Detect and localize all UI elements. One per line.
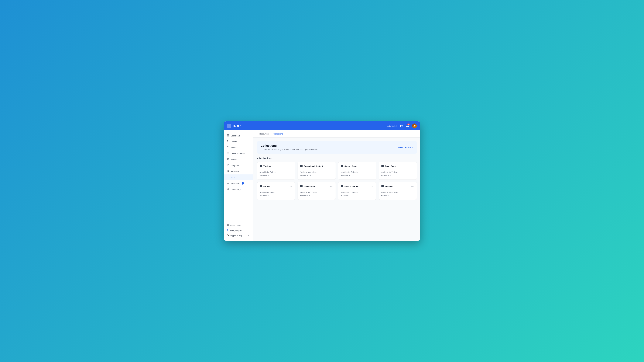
collapse-sidebar-button[interactable] [247,234,250,237]
card-header: Educational Content ••• [300,164,333,168]
card-menu-button[interactable]: ••• [410,164,414,168]
svg-marker-22 [227,229,228,231]
folder-icon [260,164,262,168]
support-label: Support & Help [230,235,242,237]
card-title-row: The Lab [260,164,271,168]
sidebar-item-messages[interactable]: Messages 1 [224,180,253,186]
tab-resources[interactable]: Resources [257,130,271,137]
support-button[interactable]: Support & Help [226,234,242,237]
collection-card-joyce-demo[interactable]: Joyce Demo ••• Available for 1 clients R… [298,182,336,200]
card-header: The Lab ••• [260,164,293,168]
card-resource: Resource: 14 [300,174,333,177]
sidebar-item-vault[interactable]: Vault [224,174,253,180]
svg-point-14 [228,165,228,165]
launch-tasks-button[interactable]: Launch tasks [224,223,253,228]
collection-card-the-lab-1[interactable]: The Lab ••• Available for 7 clients Reso… [257,162,295,180]
card-title: Getting Started [344,185,358,187]
collection-card-educational-content[interactable]: Educational Content ••• Available for 4 … [298,162,336,180]
new-collection-button[interactable]: + New Collection [398,146,413,149]
programs-label: Programs [231,164,239,167]
vault-label: Vault [231,176,235,179]
view-plan-button[interactable]: View your plan [224,228,253,233]
app-title: HubFit [233,124,241,127]
sidebar-item-clients[interactable]: Clients [224,139,253,145]
messages-label: Messages [231,182,240,185]
sidebar-item-programs[interactable]: Programs [224,163,253,168]
sidebar-item-community[interactable]: Community [224,186,253,192]
card-title-row: The Lab [381,185,392,188]
sidebar-nav: Dashboard Clients Teams [224,133,253,221]
content-area: Collections Choose the resources you wan… [254,137,420,241]
svg-rect-6 [227,136,228,136]
community-label: Community [231,188,240,191]
avatar-inner: JD [412,123,417,128]
card-clients: Available for 6 clients [341,191,374,194]
card-menu-button[interactable]: ••• [370,185,374,188]
card-menu-button[interactable]: ••• [289,185,293,188]
vault-icon [226,176,229,179]
svg-rect-0 [400,125,403,127]
folder-icon [341,185,343,188]
sidebar-item-teams[interactable]: Teams [224,145,253,151]
tab-collections[interactable]: Collections [271,130,285,137]
collection-card-cardio[interactable]: Cardio ••• Available for 3 clients Resou… [257,182,295,200]
card-header: Sagar - Demo ••• [341,164,374,168]
sidebar-item-checkin[interactable]: Check-In Forms [224,151,253,157]
card-info: Available for 1 clients Resource: 6 [300,191,333,197]
svg-rect-19 [228,225,228,225]
folder-icon [381,164,384,168]
collections-description: Choose the resources you want to share w… [260,148,318,151]
notification-button[interactable]: 33 [406,124,409,127]
collection-card-sagar-demo[interactable]: Sagar - Demo ••• Available for 0 clients… [338,162,376,180]
card-menu-button[interactable]: ••• [410,185,414,188]
svg-point-17 [227,188,228,189]
card-title: The Lab [264,165,271,167]
sidebar-item-dashboard[interactable]: Dashboard [224,133,253,139]
svg-rect-18 [227,225,228,225]
notification-badge: 33 [407,123,410,125]
svg-rect-5 [228,134,229,135]
sidebar-item-exercises[interactable]: Exercises [224,168,253,174]
card-resource: Resource: 0 [260,194,293,197]
card-menu-button[interactable]: ••• [289,164,293,168]
launch-tasks-label: Launch tasks [230,225,241,227]
sidebar-item-nutrition[interactable]: Nutrition [224,157,253,163]
collection-card-the-lab-2[interactable]: The Lab ••• Available for 0 clients Reso… [379,182,417,200]
nutrition-label: Nutrition [231,158,238,161]
add-task-button[interactable]: Add Task + [388,125,397,127]
add-task-label: Add Task [388,125,395,127]
card-header: Joyce Demo ••• [300,185,333,188]
card-header: The Lab ••• [381,185,414,188]
card-info: Available for 6 clients Resource: 7 [341,191,374,197]
card-resource: Resource: 6 [300,194,333,197]
card-clients: Available for 1 clients [300,191,333,194]
card-menu-button[interactable]: ••• [330,185,333,188]
svg-rect-25 [248,235,250,236]
card-menu-button[interactable]: ••• [330,164,333,168]
card-info: Available for 7 clients Resource: 5 [381,171,414,177]
view-plan-icon [226,229,229,232]
folder-icon [341,164,343,168]
collection-card-tazz-demo[interactable]: Tazz - Demo ••• Available for 7 clients … [379,162,417,180]
calendar-button[interactable] [400,124,403,127]
clients-label: Clients [231,141,237,143]
card-title: Cardio [264,185,270,187]
card-title: The Lab [385,185,392,187]
card-resource: Resource: 7 [341,194,374,197]
card-title-row: Tazz - Demo [381,164,396,168]
collection-card-getting-started[interactable]: Getting Started ••• Available for 6 clie… [338,182,376,200]
messages-icon [226,182,229,185]
folder-icon [300,164,303,168]
folder-icon [260,185,262,188]
clients-icon [226,140,229,143]
svg-point-8 [227,140,228,141]
card-title-row: Cardio [260,185,270,188]
card-menu-button[interactable]: ••• [370,164,374,168]
collections-grid: The Lab ••• Available for 7 clients Reso… [257,162,417,200]
checkin-icon [226,152,229,155]
avatar[interactable]: JD [412,123,417,128]
card-clients: Available for 3 clients [260,191,293,194]
all-collections-title: All Collections [257,157,417,160]
svg-rect-7 [228,136,229,136]
svg-point-9 [228,141,229,141]
